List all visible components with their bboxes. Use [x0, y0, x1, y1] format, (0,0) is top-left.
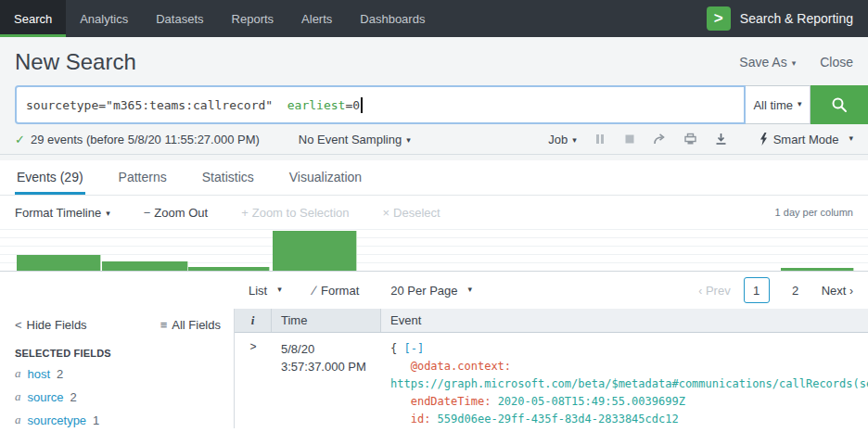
search-input[interactable]: sourcetype="m365:teams:callrecord" earli…: [15, 85, 746, 124]
event-raw-json[interactable]: { [-] @odata.context:https://graph.micro…: [381, 340, 868, 428]
field-count: 2: [57, 367, 63, 381]
nav-item-reports[interactable]: Reports: [218, 0, 288, 37]
event-json-line: endDateTime: 2020-05-08T15:49:55.0039699…: [390, 393, 868, 411]
field-link-source[interactable]: source: [28, 390, 64, 404]
smart-mode-label: Smart Mode: [773, 133, 839, 146]
chevron-down-icon: ▾: [106, 209, 110, 218]
time-range-picker[interactable]: All time▾: [746, 85, 811, 124]
page-1-button[interactable]: 1: [744, 277, 770, 303]
results-tabs: Events (29) Patterns Statistics Visualiz…: [0, 160, 868, 196]
zoom-to-selection-button: +Zoom to Selection: [241, 206, 349, 220]
all-fields-button[interactable]: ≡All Fields: [160, 318, 221, 332]
cross-icon: ×: [383, 206, 390, 220]
stop-icon: [623, 133, 636, 146]
splunk-logo-icon: >: [707, 6, 731, 31]
selected-fields-heading: SELECTED FIELDS: [15, 348, 221, 359]
tab-statistics[interactable]: Statistics: [200, 160, 256, 195]
timeline-bar-column-3[interactable]: [188, 267, 270, 271]
nav-item-analytics[interactable]: Analytics: [66, 0, 142, 37]
timeline-bar-column-4[interactable]: [273, 231, 357, 271]
hide-fields-label: Hide Fields: [27, 318, 87, 332]
app-name: Search & Reporting: [740, 11, 853, 26]
field-link-sourcetype[interactable]: sourcetype: [28, 413, 87, 427]
timeline-toolbar: Format Timeline▾ −Zoom Out +Zoom to Sele…: [0, 196, 868, 229]
search-icon: [831, 96, 848, 113]
list-view-menu[interactable]: List▾: [249, 284, 282, 298]
event-json-line: @odata.context:: [390, 358, 868, 375]
event-row: > 5/8/20 3:57:37.000 PM { [-] @odata.con…: [235, 333, 868, 428]
export-icon[interactable]: [714, 133, 728, 146]
chevron-down-icon: ▾: [572, 135, 577, 145]
chevron-down-icon: ▾: [849, 133, 853, 143]
chevron-down-icon: ▾: [798, 99, 802, 108]
check-icon: ✓: [15, 133, 25, 146]
chevron-down-icon: ▾: [406, 135, 411, 145]
job-status-bar: ✓ 29 events (before 5/8/20 11:55:27.000 …: [0, 124, 868, 155]
event-json-line: id: 559d06ee-29ff-435f-83d4-2833845cdc12: [390, 411, 868, 428]
print-icon[interactable]: [683, 133, 697, 146]
event-date: 5/8/20: [281, 340, 381, 358]
deselect-button: ×Deselect: [383, 206, 440, 220]
hide-fields-button[interactable]: <Hide Fields: [15, 318, 87, 332]
next-label: Next: [822, 284, 847, 298]
event-sampling-menu[interactable]: No Event Sampling▾: [299, 133, 411, 146]
pause-icon: [594, 133, 606, 146]
nav-item-datasets[interactable]: Datasets: [142, 0, 217, 37]
format-timeline-menu[interactable]: Format Timeline▾: [15, 206, 110, 220]
format-results-label: Format: [321, 284, 359, 298]
page-2-button[interactable]: 2: [783, 277, 809, 303]
page-title: New Search: [15, 49, 715, 75]
list-view-label: List: [249, 284, 267, 298]
event-json-line: https://graph.microsoft.com/beta/$metada…: [390, 375, 868, 393]
zoom-out-button[interactable]: −Zoom Out: [144, 206, 208, 220]
share-icon[interactable]: [653, 133, 667, 146]
zoom-to-selection-label: Zoom to Selection: [252, 206, 350, 220]
events-table: i Time Event > 5/8/20 3:57:37.000 PM { […: [234, 309, 868, 428]
chevron-left-icon: ‹: [698, 285, 702, 298]
page-header: New Search Save As▾ Close: [0, 37, 868, 83]
tab-visualization[interactable]: Visualization: [287, 160, 364, 195]
job-menu[interactable]: Job▾: [548, 133, 577, 146]
event-sampling-label: No Event Sampling: [299, 133, 402, 146]
timeline-bar-column-2[interactable]: [102, 261, 189, 271]
results-toolbar: List▾ ∕Format 20 Per Page▾ ‹ Prev 1 2 Ne…: [0, 272, 868, 309]
per-page-menu[interactable]: 20 Per Page▾: [390, 284, 472, 298]
nav-item-search[interactable]: Search: [0, 0, 66, 37]
format-timeline-label: Format Timeline: [15, 206, 101, 220]
event-timeline-chart[interactable]: [0, 229, 868, 272]
field-count: 1: [93, 413, 99, 427]
chevron-down-icon: ▾: [792, 58, 797, 68]
field-row-source: a source 2: [15, 389, 221, 404]
chevron-down-icon: ▾: [468, 285, 473, 294]
list-icon: ≡: [160, 318, 168, 332]
field-row-host: a host 2: [15, 366, 221, 381]
timeline-bar-column-10[interactable]: [781, 268, 854, 271]
chevron-left-icon: <: [15, 318, 22, 332]
smart-mode-menu[interactable]: Smart Mode▾: [760, 133, 853, 146]
nav-item-alerts[interactable]: Alerts: [287, 0, 346, 37]
event-time: 5/8/20 3:57:37.000 PM: [272, 340, 381, 428]
save-as-label: Save As: [739, 55, 786, 70]
tab-events[interactable]: Events (29): [15, 160, 85, 195]
format-results-button[interactable]: ∕Format: [313, 283, 360, 298]
job-menu-label: Job: [548, 133, 568, 146]
timeline-bar-column-1[interactable]: [17, 255, 101, 271]
close-button[interactable]: Close: [820, 55, 853, 70]
chevron-right-icon: ›: [849, 285, 853, 298]
tab-patterns[interactable]: Patterns: [117, 160, 169, 195]
expand-event-icon[interactable]: >: [249, 340, 256, 353]
next-page-button[interactable]: Next ›: [822, 284, 853, 298]
nav-item-dashboards[interactable]: Dashboards: [346, 0, 439, 37]
search-button[interactable]: [811, 85, 868, 124]
per-page-label: 20 Per Page: [390, 284, 457, 298]
field-link-host[interactable]: host: [28, 367, 51, 381]
app-identity[interactable]: > Search & Reporting: [692, 0, 868, 37]
search-bar: sourcetype="m365:teams:callrecord" earli…: [15, 85, 868, 124]
save-as-button[interactable]: Save As▾: [739, 55, 796, 70]
column-header-info: i: [235, 309, 272, 332]
field-type-icon: a: [15, 389, 21, 404]
pagination: ‹ Prev 1 2 Next ›: [698, 277, 853, 303]
time-range-label: All time: [753, 98, 793, 112]
collapse-json-link[interactable]: [-]: [403, 342, 424, 355]
search-query: sourcetype="m365:teams:callrecord" earli…: [26, 98, 360, 112]
